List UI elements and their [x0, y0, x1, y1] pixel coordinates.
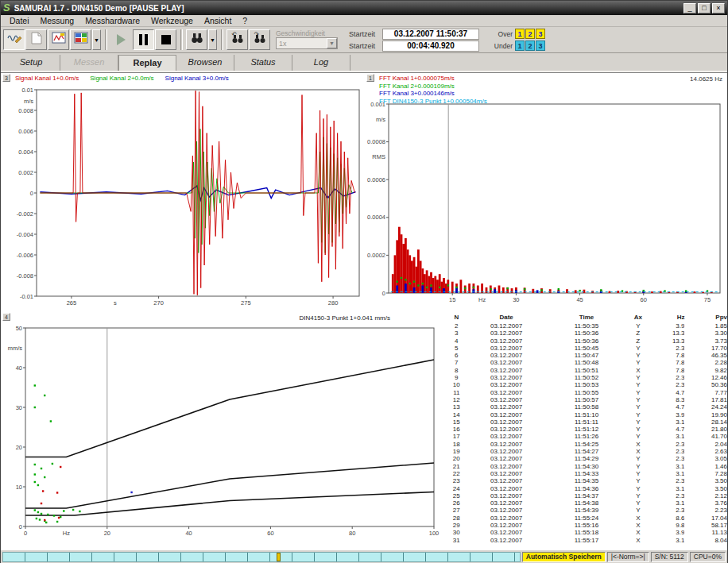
- table-row[interactable]: 2803.12.200711:55:24X8.617.04: [447, 515, 727, 522]
- search-back-button[interactable]: ↶: [227, 29, 248, 50]
- table-row[interactable]: 2403.12.200711:54:36Y3.13.50: [447, 485, 727, 492]
- svg-text:-0.01: -0.01: [20, 293, 33, 300]
- svg-text:0.0008: 0.0008: [367, 138, 385, 145]
- under-channel-3[interactable]: 3: [536, 40, 545, 51]
- table-row[interactable]: 603.12.200711:50:47Y7.846.35: [447, 352, 727, 359]
- column-header-n[interactable]: N: [447, 313, 466, 322]
- svg-text:RMS: RMS: [372, 153, 385, 160]
- speed-select[interactable]: 1x ▼: [276, 37, 338, 49]
- under-channel-1[interactable]: 1: [515, 40, 525, 51]
- window-layout-icon: [74, 32, 88, 48]
- maximize-button[interactable]: □: [698, 3, 711, 13]
- elapsed-time-field[interactable]: 00:04:40.920: [382, 40, 479, 52]
- position-slider[interactable]: [2, 552, 521, 562]
- measurement-settings-button[interactable]: [3, 29, 25, 50]
- app-window: S SAMURAI 1.7 - DIN4150 Demo [PAUSE PLAY…: [0, 0, 728, 563]
- din-chart-plot[interactable]: 50403020100mm/s020406080100Hz: [3, 325, 443, 547]
- table-row[interactable]: 2603.12.200711:54:38Y3.13.76: [447, 499, 727, 507]
- svg-text:40: 40: [16, 364, 22, 372]
- tab-messen[interactable]: Messen: [60, 55, 118, 71]
- table-row[interactable]: 1403.12.200711:51:10Y3.919.90: [447, 411, 727, 418]
- table-row[interactable]: 1203.12.200711:50:57Y8.317.81: [447, 396, 727, 403]
- chart-view-button[interactable]: [48, 29, 69, 50]
- binoculars-forward-icon: ↷: [254, 33, 266, 47]
- table-row[interactable]: 1903.12.200711:54:27X2.32.63: [447, 448, 727, 455]
- table-row[interactable]: 703.12.200711:50:48Y7.82.28: [447, 359, 727, 366]
- tab-setup[interactable]: Setup: [2, 55, 60, 71]
- menu-datei[interactable]: Datei: [4, 16, 35, 25]
- svg-text:m/s: m/s: [376, 116, 385, 123]
- table-row[interactable]: 1703.12.200711:51:26Y3.141.70: [447, 433, 727, 440]
- new-measurement-button[interactable]: [25, 29, 47, 50]
- pause-button[interactable]: [133, 29, 154, 50]
- search-button[interactable]: [186, 29, 207, 50]
- slider-thumb[interactable]: [277, 553, 281, 561]
- undo-arrow-icon: ↶: [232, 32, 238, 38]
- svg-text:0.008: 0.008: [18, 107, 33, 114]
- norm-indicator[interactable]: |<-Norm=>|: [607, 552, 649, 562]
- table-row[interactable]: 2103.12.200711:54:30Y3.11.46: [447, 463, 727, 470]
- chevron-down-icon: ▼: [94, 37, 99, 43]
- table-row[interactable]: 2903.12.200711:55:16X9.858.17: [447, 522, 727, 529]
- column-header-time[interactable]: Time: [548, 313, 626, 322]
- table-row[interactable]: 203.12.200711:50:35Y3.91.85: [447, 322, 727, 330]
- table-row[interactable]: 2303.12.200711:54:35Y2.33.50: [447, 477, 727, 484]
- svg-text:0: 0: [19, 523, 22, 530]
- tab-log[interactable]: Log: [292, 55, 350, 71]
- start-time-field[interactable]: 03.12.2007 11:50:37: [382, 29, 479, 40]
- table-row[interactable]: 2703.12.200711:54:39Y2.32.23: [447, 507, 727, 514]
- legend-fft-channel-1: FFT Kanal 1+0.000075m/s: [379, 75, 487, 83]
- tab-replay[interactable]: Replay: [118, 55, 176, 71]
- column-header-date[interactable]: Date: [466, 313, 548, 322]
- menu-help[interactable]: ?: [237, 16, 253, 25]
- start-time-label: Startzeit: [349, 30, 382, 38]
- over-channel-2[interactable]: 2: [525, 29, 535, 39]
- menu-ansicht[interactable]: Ansicht: [199, 16, 237, 25]
- search-options-caret[interactable]: ▼: [208, 29, 217, 50]
- tab-status[interactable]: Status: [234, 55, 292, 71]
- table-row[interactable]: 1603.12.200711:51:12Y4.721.80: [447, 426, 727, 433]
- table-row[interactable]: 1003.12.200711:50:53Y2.350.36: [447, 381, 727, 388]
- column-header-hz[interactable]: Hz: [650, 313, 684, 322]
- table-row[interactable]: 503.12.200711:50:45Y2.317.70: [447, 345, 727, 352]
- column-header-ppv[interactable]: Ppv: [684, 313, 727, 322]
- table-row[interactable]: 2003.12.200711:54:29Y2.33.05: [447, 455, 727, 462]
- table-row[interactable]: 903.12.200711:50:52Y2.312.46: [447, 374, 727, 381]
- table-row[interactable]: 1303.12.200711:50:58Y4.724.24: [447, 403, 727, 411]
- layout-options-caret[interactable]: ▼: [92, 29, 101, 50]
- over-channel-3[interactable]: 3: [536, 29, 545, 39]
- table-row[interactable]: 1103.12.200711:50:55Y4.77.77: [447, 389, 727, 396]
- menu-messhardware[interactable]: Messhardware: [79, 16, 145, 25]
- svg-text:60: 60: [641, 296, 647, 303]
- elapsed-time-label: Startzeit: [349, 42, 382, 50]
- menu-werkzeuge[interactable]: Werkzeuge: [145, 16, 199, 25]
- over-channel-1[interactable]: 1: [515, 29, 525, 39]
- tab-browsen[interactable]: Browsen: [176, 55, 234, 71]
- play-button[interactable]: [110, 29, 132, 50]
- titlebar[interactable]: S SAMURAI 1.7 - DIN4150 Demo [PAUSE PLAY…: [1, 1, 727, 15]
- menu-messung[interactable]: Messung: [35, 16, 80, 25]
- under-channel-2[interactable]: 2: [525, 40, 535, 51]
- autosave-status[interactable]: Automatisch Speichern: [522, 552, 606, 562]
- column-header-ax[interactable]: Ax: [625, 313, 650, 322]
- table-row[interactable]: 1503.12.200711:51:11Y3.128.14: [447, 418, 727, 426]
- minimize-button[interactable]: _: [683, 3, 696, 13]
- table-row[interactable]: 3103.12.200711:55:17X3.18.04: [447, 537, 727, 544]
- table-row[interactable]: 2503.12.200711:54:37Y2.32.12: [447, 492, 727, 499]
- fft-chart-plot[interactable]: 0.0010.00080.00060.00040.00020m/sRMS1530…: [367, 74, 726, 310]
- table-row[interactable]: 1803.12.200711:54:25X2.32.04: [447, 441, 727, 448]
- svg-text:40: 40: [185, 530, 192, 537]
- search-forward-button[interactable]: ↷: [249, 29, 270, 50]
- close-button[interactable]: ×: [712, 3, 725, 13]
- time-chart-plot[interactable]: 0.010.0080.0060.0040.0020-0.002-0.004-0.…: [3, 85, 364, 310]
- stop-button[interactable]: [155, 29, 176, 50]
- table-row[interactable]: 403.12.200711:50:36Z13.33.73: [447, 337, 727, 345]
- table-row[interactable]: 803.12.200711:50:51X7.89.82: [447, 367, 727, 374]
- table-row[interactable]: 303.12.200711:50:36Z13.33.30: [447, 330, 727, 337]
- svg-text:20: 20: [104, 530, 110, 537]
- svg-text:-0.008: -0.008: [17, 272, 33, 280]
- table-row[interactable]: 3003.12.200711:55:18X3.911.13: [447, 529, 727, 536]
- table-row[interactable]: 2203.12.200711:54:33Y3.17.28: [447, 470, 727, 477]
- layout-view-button[interactable]: [70, 29, 91, 50]
- svg-text:0.004: 0.004: [18, 148, 33, 156]
